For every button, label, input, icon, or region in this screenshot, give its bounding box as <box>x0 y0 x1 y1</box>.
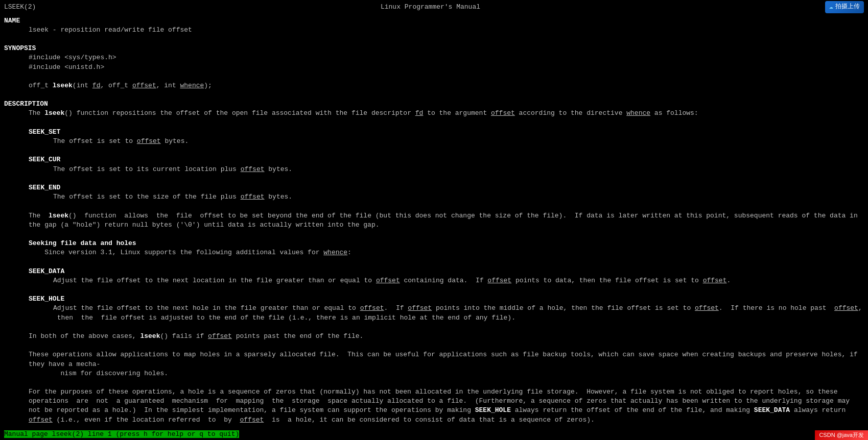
header-bar: LSEEK(2) Linux Programmer's Manual ☁ 拍摄上… <box>0 0 868 14</box>
seek-set-text: The offset is set to offset bytes. <box>53 137 864 146</box>
description-label: DESCRIPTION <box>4 100 864 109</box>
manual-title: Linux Programmer's Manual <box>381 3 480 12</box>
description-section: DESCRIPTION The lseek() function reposit… <box>4 100 864 440</box>
status-bar: Manual page lseek(2) line 1 (press h for… <box>0 429 868 440</box>
name-section: NAME lseek - reposition read/write file … <box>4 16 864 35</box>
proto-params: (int fd, off_t offset, int whence); <box>73 82 212 89</box>
name-text: lseek - reposition read/write file offse… <box>29 26 864 35</box>
synopsis-section: SYNOPSIS #include <sys/types.h> #include… <box>4 44 864 90</box>
both-cases-text: In both of the above cases, lseek() fail… <box>29 332 864 341</box>
seek-hole-label: SEEK_HOLE <box>29 295 864 304</box>
seeking-label: Seeking file data and holes <box>29 239 864 248</box>
seek-cur-text: The offset is set to its current locatio… <box>53 165 864 174</box>
cloud-icon: ☁ <box>829 2 833 12</box>
proto-return: off_t <box>29 82 53 89</box>
purposes-text: For the purposes of these operations, a … <box>29 387 864 425</box>
seek-data-text: Adjust the file offset to the next locat… <box>53 276 864 285</box>
bottom-logo: CSDN @java开发 <box>815 430 868 440</box>
name-label: NAME <box>4 16 864 26</box>
seek-set-label: SEEK_SET <box>29 128 864 137</box>
upload-label: 拍摄上传 <box>835 3 860 11</box>
seek-end-text: The offset is set to the size of the fil… <box>53 192 864 202</box>
description-text2: The lseek() function allows the file off… <box>29 211 864 230</box>
synopsis-include1: #include <sys/types.h> <box>29 53 864 62</box>
proto-func: lseek <box>53 82 73 89</box>
synopsis-label: SYNOPSIS <box>4 44 864 53</box>
main-content: NAME lseek - reposition read/write file … <box>0 14 868 440</box>
manual-section: LSEEK(2) <box>4 3 36 12</box>
status-bar-text: Manual page lseek(2) line 1 (press h for… <box>4 430 239 438</box>
seek-end-label: SEEK_END <box>29 183 864 192</box>
upload-widget[interactable]: ☁ 拍摄上传 <box>825 1 864 13</box>
seek-cur-label: SEEK_CUR <box>29 155 864 164</box>
description-text1: The lseek() function repositions the off… <box>29 109 864 118</box>
seek-data-label: SEEK_DATA <box>29 267 864 276</box>
applications-text: These operations allow applications to m… <box>29 350 864 378</box>
seek-hole-text: Adjust the file offset to the next hole … <box>53 304 864 322</box>
seeking-text: Since version 3.1, Linux supports the fo… <box>29 248 864 257</box>
synopsis-include2: #include <unistd.h> <box>29 63 864 72</box>
synopsis-proto: off_t lseek(int fd, off_t offset, int wh… <box>29 81 864 90</box>
